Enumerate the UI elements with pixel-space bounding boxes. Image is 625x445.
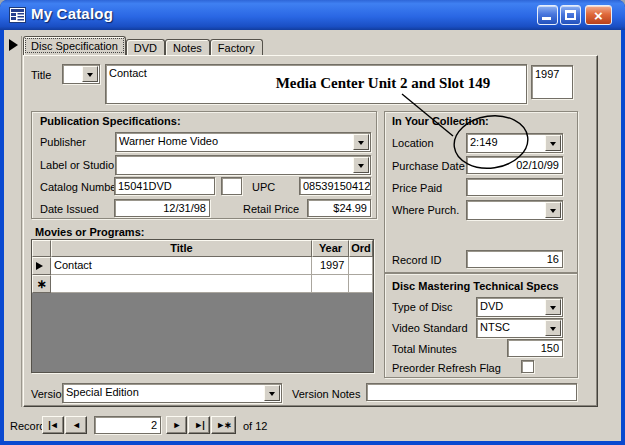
location-combo[interactable]: 2:149 xyxy=(466,133,563,153)
tab-dvd[interactable]: DVD xyxy=(126,39,165,55)
version-combo[interactable]: Special Edition xyxy=(62,383,282,403)
header-title[interactable]: Title xyxy=(51,240,312,257)
close-button[interactable]: × xyxy=(585,5,612,25)
record-count-text: of 12 xyxy=(243,420,267,432)
next-record-icon: ► xyxy=(173,420,181,430)
current-record-arrow-icon xyxy=(36,262,47,270)
version-notes-label: Version Notes xyxy=(292,388,360,400)
cell-year-new[interactable] xyxy=(312,275,349,293)
header-ord[interactable]: Ord xyxy=(349,240,373,257)
type-of-disc-combo[interactable]: DVD xyxy=(476,297,563,317)
previous-record-icon: ◄ xyxy=(72,420,80,430)
current-row-selector[interactable] xyxy=(32,257,51,275)
purchase-date-field[interactable]: 02/10/99 xyxy=(466,156,563,174)
in-your-collection-heading: In Your Collection: xyxy=(392,115,489,127)
cell-title-new[interactable] xyxy=(51,275,312,293)
disc-mastering-heading: Disc Mastering Technical Specs xyxy=(392,280,559,292)
where-purchased-label: Where Purch. xyxy=(392,204,459,216)
window-title: My Catalog xyxy=(31,5,113,22)
purchase-date-label: Purchase Date xyxy=(392,160,465,172)
label-or-studio-label: Label or Studio xyxy=(40,159,114,171)
video-standard-combo[interactable]: NTSC xyxy=(476,318,563,338)
cell-year[interactable]: 1997 xyxy=(312,257,349,275)
title-label: Title xyxy=(31,69,51,81)
tab-notes[interactable]: Notes xyxy=(165,39,210,55)
total-minutes-label: Total Minutes xyxy=(392,343,457,355)
movies-subform-table: Title Year Ord Contact 1997 ∗ xyxy=(31,239,374,373)
retail-price-label: Retail Price xyxy=(243,203,299,215)
upc-label: UPC xyxy=(252,181,275,193)
movies-or-programs-heading: Movies or Programs: xyxy=(35,226,144,238)
video-standard-label: Video Standard xyxy=(392,322,468,334)
tab-disc-specification[interactable]: Disc Specification xyxy=(23,36,126,55)
preorder-refresh-flag-checkbox[interactable] xyxy=(521,360,534,373)
dropdown-arrow-icon[interactable] xyxy=(545,135,561,151)
minimize-icon xyxy=(542,17,551,20)
minimize-button[interactable] xyxy=(537,5,558,25)
last-record-button[interactable]: ►| xyxy=(188,416,210,434)
record-number-input[interactable]: 2 xyxy=(94,416,161,434)
first-record-icon: |◄ xyxy=(48,420,57,430)
publisher-label: Publisher xyxy=(40,136,86,148)
cell-title[interactable]: Contact xyxy=(51,257,312,275)
last-record-icon: ►| xyxy=(194,420,203,430)
preorder-refresh-flag-label: Preorder Refresh Flag xyxy=(392,362,501,374)
first-record-button[interactable]: |◄ xyxy=(42,416,64,434)
form-icon xyxy=(9,7,26,23)
label-or-studio-combo[interactable] xyxy=(115,155,371,175)
title-prefix-combo[interactable] xyxy=(62,64,100,84)
tab-factory[interactable]: Factory xyxy=(210,39,263,55)
header-year[interactable]: Year xyxy=(312,240,349,257)
publication-specifications-heading: Publication Specifications: xyxy=(40,115,181,127)
retail-price-field[interactable]: $24.99 xyxy=(307,199,371,217)
price-paid-field[interactable] xyxy=(466,178,563,196)
total-minutes-field[interactable]: 150 xyxy=(507,339,563,357)
dropdown-arrow-icon[interactable] xyxy=(353,157,369,173)
catalog-number-field[interactable]: 15041DVD xyxy=(114,177,215,195)
dropdown-arrow-icon[interactable] xyxy=(353,134,369,150)
record-id-label: Record ID xyxy=(392,254,442,266)
publisher-combo[interactable]: Warner Home Video xyxy=(115,132,371,152)
form-record-selector-bar[interactable] xyxy=(6,36,22,407)
maximize-icon xyxy=(565,10,576,20)
dropdown-arrow-icon[interactable] xyxy=(82,66,98,82)
application-window: My Catalog × Disc Specification DVD Note… xyxy=(0,0,625,445)
tab-strip: Disc Specification DVD Notes Factory xyxy=(23,37,263,55)
record-selector-arrow-icon xyxy=(9,39,24,51)
table-header-row: Title Year Ord xyxy=(32,240,373,257)
table-empty-area xyxy=(32,293,373,372)
next-record-button[interactable]: ► xyxy=(166,416,187,434)
title-bar[interactable]: My Catalog × xyxy=(0,0,625,30)
price-paid-label: Price Paid xyxy=(392,182,442,194)
cell-ord[interactable] xyxy=(349,257,373,275)
date-issued-label: Date Issued xyxy=(40,203,99,215)
where-purchased-combo[interactable] xyxy=(466,200,563,220)
version-notes-field[interactable] xyxy=(366,383,577,401)
catalog-number-label: Catalog Number xyxy=(40,181,120,193)
table-new-row: ∗ xyxy=(32,275,373,293)
table-row: Contact 1997 xyxy=(32,257,373,275)
date-issued-field[interactable]: 12/31/98 xyxy=(114,199,210,217)
new-record-icon: ►∗ xyxy=(216,420,230,430)
new-row-selector[interactable]: ∗ xyxy=(32,275,51,293)
previous-record-button[interactable]: ◄ xyxy=(65,416,87,434)
title-year-field[interactable]: 1997 xyxy=(531,65,573,99)
cell-ord-new[interactable] xyxy=(349,275,373,293)
close-icon: × xyxy=(586,6,611,25)
title-field[interactable]: Contact xyxy=(105,64,527,104)
new-record-asterisk-icon: ∗ xyxy=(36,280,46,288)
upc-field[interactable]: 08539150412 xyxy=(299,177,371,195)
location-label: Location xyxy=(392,137,434,149)
dropdown-arrow-icon[interactable] xyxy=(545,202,561,218)
record-id-field[interactable]: 16 xyxy=(466,250,563,268)
dropdown-arrow-icon[interactable] xyxy=(264,385,280,401)
header-selector-cell xyxy=(32,240,51,257)
catalog-suffix-field[interactable] xyxy=(221,177,242,195)
new-record-button[interactable]: ►∗ xyxy=(211,416,236,434)
dropdown-arrow-icon[interactable] xyxy=(545,299,561,315)
type-of-disc-label: Type of Disc xyxy=(392,301,453,313)
dropdown-arrow-icon[interactable] xyxy=(545,320,561,336)
maximize-button[interactable] xyxy=(560,5,581,25)
